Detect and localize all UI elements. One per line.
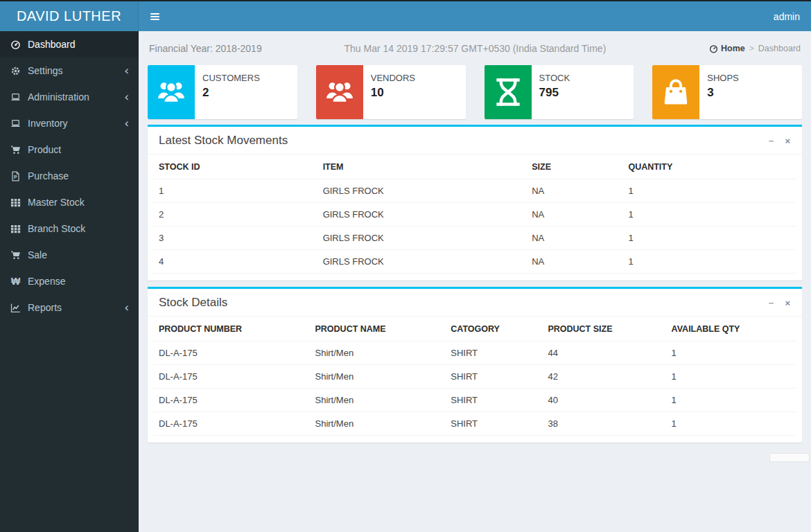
info-box-value: 2	[202, 86, 260, 100]
panel-title: Latest Stock Movements	[159, 134, 288, 148]
sidebar-item-label: Expense	[28, 276, 65, 287]
sidebar-item-product[interactable]: Product	[0, 136, 139, 163]
financial-year-label: Financial Year: 2018-2019	[149, 43, 262, 54]
column-header: STOCK ID	[153, 154, 317, 179]
column-header: AVAILABLE QTY	[666, 317, 796, 342]
svg-text:P: P	[14, 174, 17, 179]
horizontal-scrollbar[interactable]	[769, 453, 810, 462]
laptop-icon	[10, 91, 21, 103]
column-header: CATOGORY	[445, 317, 542, 342]
panel-title: Stock Details	[159, 296, 227, 310]
top-header: DAVID LUTHER admin	[0, 1, 811, 31]
table-row[interactable]: DL-A-175Shirt/MenSHIRT381	[153, 412, 796, 436]
panel-latest-stock-movements: Latest Stock Movements − × STOCK ID ITEM	[148, 125, 802, 281]
info-box-value: 3	[707, 86, 739, 100]
sidebar-item-settings[interactable]: Settings	[0, 57, 139, 84]
info-box-value: 795	[539, 86, 570, 100]
sidebar-item-expense[interactable]: ₩ Expense	[0, 268, 139, 294]
sidebar-item-purchase[interactable]: P Purchase	[0, 163, 139, 189]
chevron-left-icon	[124, 67, 129, 74]
collapse-icon[interactable]: −	[767, 135, 776, 147]
info-box-label: SHOPS	[707, 73, 739, 83]
home-dashboard-icon	[709, 44, 718, 53]
chevron-left-icon	[124, 120, 129, 127]
info-box-value: 10	[371, 86, 415, 100]
chevron-left-icon	[124, 304, 129, 311]
info-box-stock[interactable]: STOCK 795	[485, 65, 634, 119]
breadcrumb-current: Dashboard	[758, 44, 801, 53]
users-icon	[148, 65, 195, 119]
column-header: ITEM	[317, 154, 527, 179]
column-header: QUANTITY	[622, 154, 796, 179]
info-box-row: CUSTOMERS 2 VENDORS 10	[139, 65, 811, 119]
hourglass-icon	[485, 65, 532, 119]
laptop-icon	[10, 118, 21, 129]
navbar: admin	[139, 1, 811, 31]
gear-icon	[10, 65, 21, 76]
sidebar-item-administration[interactable]: Administration	[0, 84, 139, 110]
sidebar-item-label: Administration	[28, 91, 89, 103]
chart-line-icon	[10, 302, 21, 313]
sidebar-item-inventory[interactable]: Inventory	[0, 110, 139, 136]
user-menu[interactable]: admin	[762, 11, 811, 22]
breadcrumb-home[interactable]: Home	[709, 44, 745, 53]
table-header-row: PRODUCT NUMBER PRODUCT NAME CATOGORY PRO…	[153, 317, 796, 342]
brand-logo[interactable]: DAVID LUTHER	[0, 1, 139, 31]
panel-header: Stock Details − ×	[148, 289, 802, 317]
info-box-shops[interactable]: SHOPS 3	[652, 65, 802, 119]
stock-details-table: PRODUCT NUMBER PRODUCT NAME CATOGORY PRO…	[153, 317, 796, 436]
table-row[interactable]: 3GIRLS FROCKNA1	[153, 227, 796, 250]
sidebar-item-label: Dashboard	[28, 39, 76, 50]
table-row[interactable]: 2GIRLS FROCKNA1	[153, 203, 796, 227]
file-p-icon: P	[10, 170, 21, 181]
sidebar-item-dashboard[interactable]: Dashboard	[0, 31, 139, 57]
info-box-label: VENDORS	[371, 73, 415, 83]
breadcrumb-separator: >	[749, 44, 754, 53]
sidebar-item-label: Master Stock	[28, 197, 85, 208]
main-content: Financial Year: 2018-2019 Thu Mar 14 201…	[139, 31, 811, 532]
shopping-bag-icon	[652, 65, 699, 119]
sidebar-item-label: Sale	[28, 249, 47, 260]
sidebar-item-label: Reports	[28, 302, 62, 313]
column-header: SIZE	[526, 154, 622, 179]
sidebar-item-branch-stock[interactable]: Branch Stock	[0, 215, 139, 242]
sidebar-item-label: Inventory	[28, 118, 68, 129]
sidebar-item-master-stock[interactable]: Master Stock	[0, 189, 139, 215]
table-row[interactable]: DL-A-175Shirt/MenSHIRT401	[153, 389, 796, 412]
grid-icon	[10, 223, 21, 234]
info-box-vendors[interactable]: VENDORS 10	[316, 65, 466, 119]
panel-stock-details: Stock Details − × PRODUCT NUMBER PRODUCT…	[148, 287, 802, 443]
info-box-label: CUSTOMERS	[202, 73, 260, 83]
stock-movements-table: STOCK ID ITEM SIZE QUANTITY 1GIRLS FROCK…	[153, 154, 796, 274]
grid-icon	[10, 197, 21, 208]
sidebar-toggle-icon[interactable]	[139, 1, 171, 31]
current-datetime: Thu Mar 14 2019 17:29:57 GMT+0530 (India…	[344, 43, 606, 54]
sidebar: Dashboard Settings Administration	[0, 31, 139, 532]
close-icon[interactable]: ×	[783, 135, 792, 147]
sidebar-item-label: Purchase	[28, 170, 69, 181]
chevron-left-icon	[124, 94, 129, 100]
won-icon: ₩	[10, 276, 21, 287]
collapse-icon[interactable]: −	[767, 297, 776, 309]
breadcrumb: Home > Dashboard	[709, 44, 801, 53]
panel-header: Latest Stock Movements − ×	[148, 127, 802, 154]
app-window: DAVID LUTHER admin Dashboard Settings	[0, 0, 811, 532]
info-box-customers[interactable]: CUSTOMERS 2	[148, 65, 297, 119]
table-row[interactable]: 1GIRLS FROCKNA1	[153, 179, 796, 203]
dashboard-icon	[10, 39, 21, 50]
sidebar-item-label: Product	[28, 144, 61, 155]
cart-icon	[10, 144, 21, 155]
table-row[interactable]: 4GIRLS FROCKNA1	[153, 250, 796, 274]
column-header: PRODUCT NUMBER	[153, 317, 310, 342]
users-icon	[316, 65, 363, 119]
table-row[interactable]: DL-A-175Shirt/MenSHIRT441	[153, 342, 796, 365]
table-row[interactable]: DL-A-175Shirt/MenSHIRT421	[153, 365, 796, 389]
content-header: Financial Year: 2018-2019 Thu Mar 14 201…	[139, 31, 811, 65]
column-header: PRODUCT NAME	[310, 317, 446, 342]
close-icon[interactable]: ×	[783, 297, 792, 309]
sidebar-item-sale[interactable]: Sale	[0, 242, 139, 268]
sidebar-item-label: Settings	[28, 65, 63, 76]
table-header-row: STOCK ID ITEM SIZE QUANTITY	[153, 154, 796, 179]
column-header: PRODUCT SIZE	[542, 317, 665, 342]
sidebar-item-reports[interactable]: Reports	[0, 294, 139, 321]
